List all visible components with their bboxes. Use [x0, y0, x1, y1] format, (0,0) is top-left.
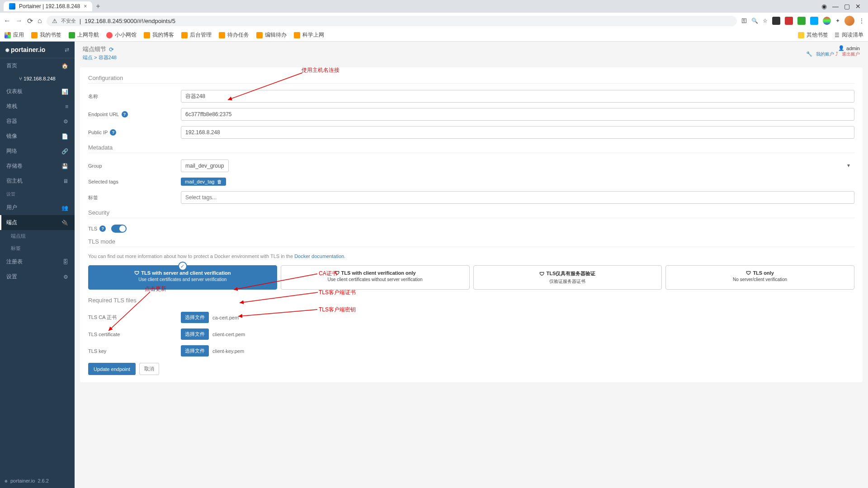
forward-button[interactable]: →: [15, 17, 23, 25]
annotation-hostname: 使用主机名连接: [302, 66, 340, 74]
reload-button[interactable]: ⟳: [27, 17, 33, 25]
row-ip: Public IP?: [88, 126, 854, 139]
sidebar-item-dashboard[interactable]: 仪表板📊: [0, 84, 75, 99]
sidebar-item-containers[interactable]: 容器⚙: [0, 114, 75, 129]
my-account-link[interactable]: 我的账户: [816, 52, 834, 56]
sidebar-endpoint[interactable]: ⑂ 192.168.8.248: [0, 73, 75, 84]
sidebar-item-networks[interactable]: 网络🔗: [0, 144, 75, 159]
tls-option-2[interactable]: 🛡TLS with client verification only Use c…: [281, 265, 470, 290]
minimize-icon[interactable]: —: [832, 3, 839, 10]
bookmark-3[interactable]: 小小网馆: [106, 31, 137, 39]
back-button[interactable]: ←: [4, 17, 11, 25]
tab-bar: Portainer | 192.168.8.248 × + ◉ — ▢ ✕: [0, 0, 868, 13]
search-icon[interactable]: 🔍: [751, 18, 758, 24]
tls-option-4[interactable]: 🛡TLS only No server/client verification: [665, 265, 854, 290]
ext-icon-5[interactable]: [823, 17, 831, 25]
ext-icon-2[interactable]: [785, 17, 793, 25]
ext-icon-1[interactable]: [772, 17, 780, 25]
select-group[interactable]: mail_dev_group: [181, 160, 229, 172]
bookmark-2[interactable]: 上网导航: [69, 31, 99, 39]
bookmark-1[interactable]: 我的书签: [31, 31, 61, 39]
star-icon[interactable]: ☆: [763, 18, 768, 24]
cancel-button[interactable]: 取消: [139, 363, 159, 375]
ext-icon-3[interactable]: [797, 17, 806, 25]
extension-icons: ⚿ 🔍 ☆ ✦ ⋮: [741, 16, 864, 26]
label-selected-tags: Selected tags: [88, 179, 181, 184]
section-tls-mode: TLS mode: [88, 238, 854, 247]
key-icon[interactable]: ⚿: [741, 18, 747, 24]
sidebar-sub-groups[interactable]: 端点组: [0, 230, 75, 242]
dashboard-icon: 📊: [61, 89, 68, 95]
breadcrumb-root[interactable]: 端点: [83, 55, 93, 60]
shield-icon: 🛡: [335, 270, 340, 276]
list-icon: ☰: [835, 32, 840, 38]
sidebar-item-endpoints[interactable]: 端点🔌: [0, 215, 75, 230]
url-input[interactable]: ⚠ 不安全 | 192.168.8.245:9000/#!/endpoints/…: [47, 16, 737, 26]
refresh-icon[interactable]: ⟳: [109, 46, 114, 53]
sidebar-item-users[interactable]: 用户👥: [0, 200, 75, 215]
address-bar: ← → ⟳ ⌂ ⚠ 不安全 | 192.168.8.245:9000/#!/en…: [0, 13, 868, 29]
shield-icon: 🛡: [539, 271, 544, 277]
tls-option-3[interactable]: 🛡TLS仅具有服务器验证 仅验证服务器证书: [473, 265, 662, 290]
bookmark-8[interactable]: 科学上网: [294, 31, 324, 39]
sidebar-item-volumes[interactable]: 存储卷💾: [0, 159, 75, 174]
close-window-icon[interactable]: ✕: [855, 3, 861, 10]
sidebar-item-registries[interactable]: 注册表🗄: [0, 254, 75, 269]
new-tab-button[interactable]: +: [96, 2, 100, 10]
bookmark-5[interactable]: 后台管理: [181, 31, 212, 39]
section-tls-files: Required TLS files: [88, 297, 854, 305]
sidebar-item-settings[interactable]: 设置⚙: [0, 269, 75, 284]
help-icon[interactable]: ?: [110, 129, 116, 136]
trash-icon[interactable]: 🗑: [217, 179, 222, 184]
other-bookmarks[interactable]: 其他书签: [798, 31, 828, 39]
row-name: 名称: [88, 90, 854, 103]
apps-button[interactable]: 应用: [5, 31, 24, 39]
breadcrumb: 端点 > 容器248: [83, 54, 117, 61]
select-file-cert-button[interactable]: 选择文件: [181, 328, 209, 340]
logout-link[interactable]: 退出账户: [842, 52, 860, 56]
browser-tab[interactable]: Portainer | 192.168.8.248 ×: [4, 1, 92, 11]
annotation-cert: TLS客户端证书: [319, 289, 356, 296]
ext-icon-4[interactable]: [810, 17, 818, 25]
help-icon[interactable]: ?: [99, 225, 106, 232]
menu-icon[interactable]: ⋮: [859, 18, 864, 24]
bookmark-7[interactable]: 编辑待办: [256, 31, 287, 39]
record-icon[interactable]: ◉: [821, 3, 827, 10]
sidebar-item-home[interactable]: 首页 🏠: [0, 58, 75, 73]
reading-list[interactable]: ☰阅读清单: [835, 31, 863, 39]
docker-docs-link[interactable]: Docker documentation: [294, 253, 344, 259]
tls-toggle[interactable]: [111, 225, 127, 233]
profile-avatar[interactable]: [844, 16, 854, 26]
config-panel: 使用主机名连接 Configuration 名称 Endpoint URL? P…: [80, 67, 863, 382]
sidebar-item-stacks[interactable]: 堆栈≡: [0, 99, 75, 114]
sidebar-item-images[interactable]: 镜像📄: [0, 129, 75, 144]
update-endpoint-button[interactable]: Update endpoint: [88, 363, 136, 375]
select-file-ca-button[interactable]: 选择文件: [181, 312, 209, 323]
file-ca-name: ca-cert.pem: [212, 315, 239, 320]
input-url[interactable]: [181, 108, 854, 121]
select-file-key-button[interactable]: 选择文件: [181, 345, 209, 357]
home-button[interactable]: ⌂: [38, 17, 42, 25]
tls-option-1[interactable]: ✓ 🛡TLS with server and client verificati…: [88, 265, 277, 290]
tab-close-icon[interactable]: ×: [84, 3, 87, 9]
sidebar-item-host[interactable]: 宿主机🖥: [0, 174, 75, 188]
browser-chrome: Portainer | 192.168.8.248 × + ◉ — ▢ ✕ ← …: [0, 0, 868, 42]
sidebar-item-label: 首页: [6, 62, 17, 70]
breadcrumb-current[interactable]: 容器248: [99, 55, 117, 60]
extensions-icon[interactable]: ✦: [835, 18, 840, 24]
maximize-icon[interactable]: ▢: [844, 3, 850, 10]
help-icon[interactable]: ?: [122, 111, 128, 117]
input-tags[interactable]: [181, 191, 854, 204]
input-ip[interactable]: [181, 126, 854, 139]
tag-pill[interactable]: mail_dev_tag🗑: [181, 178, 226, 186]
sidebar-logo[interactable]: ⎈portainer.io ⇄: [0, 42, 75, 58]
input-name[interactable]: [181, 90, 854, 103]
bookmark-6[interactable]: 待办任务: [219, 31, 249, 39]
row-tls: TLS ?: [88, 225, 854, 233]
app-container: ⎈portainer.io ⇄ 首页 🏠 ⑂ 192.168.8.248 仪表板…: [0, 42, 868, 488]
bookmark-4[interactable]: 我的博客: [144, 31, 174, 39]
sidebar-section-settings: 设置: [0, 188, 75, 200]
toggle-sidebar-icon[interactable]: ⇄: [65, 47, 69, 53]
branch-icon: ⑂: [19, 76, 24, 81]
sidebar-sub-tags[interactable]: 标签: [0, 242, 75, 254]
